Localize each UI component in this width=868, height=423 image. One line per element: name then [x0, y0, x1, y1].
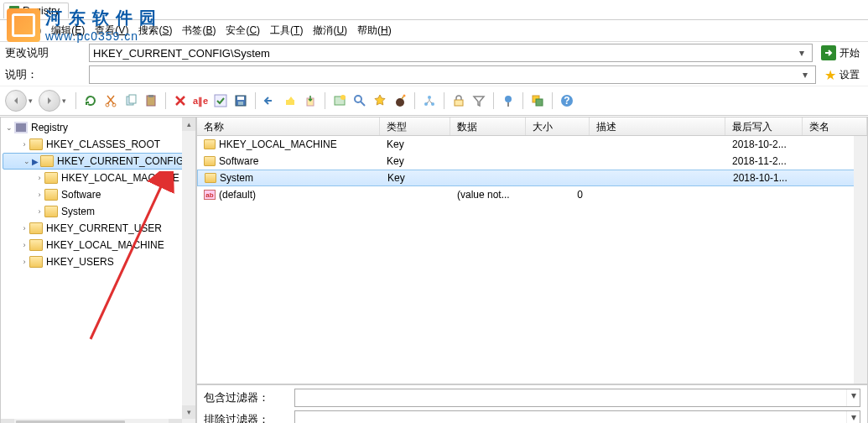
permissions-button[interactable]: [450, 91, 468, 110]
find-button[interactable]: [351, 91, 369, 110]
folder-icon: [29, 256, 43, 268]
menu-bookmark[interactable]: 书签(B): [182, 24, 216, 38]
cell-name: ab(default): [197, 189, 380, 201]
expand-icon[interactable]: ›: [19, 241, 29, 249]
menu-security[interactable]: 安全(C): [226, 24, 260, 38]
tree-item[interactable]: ›Software: [1, 186, 195, 203]
expand-icon[interactable]: ›: [19, 140, 29, 149]
col-size[interactable]: 大小: [526, 118, 590, 135]
path-dropdown-icon[interactable]: ▾: [795, 47, 808, 59]
cut-button[interactable]: [101, 91, 120, 110]
list-vscroll[interactable]: [854, 136, 867, 384]
tree-item[interactable]: ›HKEY_LOCAL_MACHINE: [1, 237, 195, 253]
rename-button[interactable]: a‖e: [191, 91, 210, 110]
tree-root[interactable]: ⌄ Registry: [1, 119, 195, 136]
svg-point-22: [505, 96, 512, 102]
menu-help[interactable]: 帮助(H): [357, 24, 392, 38]
folder-icon: [29, 222, 43, 234]
tree-label: Registry: [31, 122, 68, 133]
include-filter-input[interactable]: ▾: [294, 389, 860, 407]
highlight-button[interactable]: [281, 91, 299, 110]
tree-vscroll[interactable]: ▴▾: [182, 118, 195, 419]
star-icon: ★: [824, 67, 836, 83]
network-button[interactable]: [420, 91, 439, 110]
col-desc[interactable]: 描述: [590, 118, 725, 135]
list-header: 名称 类型 数据 大小 描述 最后写入 类名: [197, 118, 867, 136]
menu-tools[interactable]: 工具(T): [270, 24, 303, 38]
tree-item[interactable]: ›HKEY_LOCAL_MACHINE: [1, 170, 195, 186]
list-row[interactable]: HKEY_LOCAL_MACHINEKey2018-10-2...: [197, 136, 867, 153]
desc-input[interactable]: [93, 69, 798, 81]
pin-button[interactable]: [499, 91, 517, 110]
delete-button[interactable]: [171, 91, 190, 110]
watermark: 河东软件园 www.pc0359.cn: [7, 7, 163, 43]
export-button[interactable]: [301, 91, 320, 110]
separator: [325, 92, 325, 109]
copy-button[interactable]: [122, 91, 140, 110]
windows-button[interactable]: [528, 91, 547, 110]
expand-icon[interactable]: ›: [34, 174, 44, 182]
expand-icon[interactable]: ⌄: [22, 157, 32, 165]
folder-icon: [204, 139, 216, 149]
expand-icon[interactable]: ›: [34, 207, 44, 216]
path-label: 更改说明: [5, 45, 84, 60]
separator: [552, 92, 553, 109]
nav-forward-button[interactable]: [39, 90, 60, 112]
nav-back-button[interactable]: [5, 90, 27, 112]
list-view: 名称 类型 数据 大小 描述 最后写入 类名 HKEY_LOCAL_MACHIN…: [196, 117, 868, 384]
tree-label: HKEY_CURRENT_CONFIG: [57, 155, 184, 167]
desc-combo[interactable]: ▾: [89, 65, 816, 84]
tree-label: Software: [61, 189, 101, 201]
expand-icon[interactable]: ›: [19, 224, 29, 232]
nav-back-dropdown[interactable]: ▾: [29, 97, 37, 105]
col-data[interactable]: 数据: [450, 118, 526, 135]
dropdown-icon[interactable]: ▾: [846, 411, 860, 423]
list-row[interactable]: SoftwareKey2018-11-2...: [197, 153, 867, 170]
folder-icon: [29, 239, 43, 251]
list-body[interactable]: HKEY_LOCAL_MACHINEKey2018-10-2...Softwar…: [197, 136, 867, 203]
tree-item[interactable]: ›HKEY_USERS: [1, 253, 195, 270]
paste-button[interactable]: [142, 91, 160, 110]
tree-item[interactable]: ›HKEY_CLASSES_ROOT: [1, 136, 195, 153]
tree-item[interactable]: ⌄▶HKEY_CURRENT_CONFIG: [3, 153, 194, 170]
expand-icon[interactable]: ›: [34, 191, 44, 199]
separator: [255, 92, 256, 109]
col-classname[interactable]: 类名: [803, 118, 867, 135]
tree-item[interactable]: ›HKEY_CURRENT_USER: [1, 220, 195, 237]
col-name[interactable]: 名称: [197, 118, 380, 135]
tree-hscroll[interactable]: ◂▸: [1, 419, 182, 423]
path-combo[interactable]: ▾: [89, 44, 813, 62]
expand-icon[interactable]: ›: [19, 258, 29, 266]
cell-type: Key: [381, 172, 451, 184]
svg-rect-6: [148, 95, 153, 97]
bomb-button[interactable]: [391, 91, 409, 110]
help-button[interactable]: ?: [558, 91, 576, 110]
dropdown-icon[interactable]: ▾: [846, 389, 860, 406]
exclude-filter-input[interactable]: ▾: [294, 410, 860, 423]
svg-point-17: [403, 95, 406, 97]
svg-rect-7: [215, 95, 226, 107]
tree[interactable]: ⌄ Registry ›HKEY_CLASSES_ROOT⌄▶HKEY_CURR…: [1, 118, 195, 272]
list-row[interactable]: ab(default)(value not...0: [197, 186, 867, 203]
expand-icon[interactable]: ⌄: [4, 123, 14, 132]
filter-button[interactable]: [470, 91, 488, 110]
list-row[interactable]: SystemKey2018-10-1...: [197, 170, 867, 186]
separator: [522, 92, 523, 109]
tree-item[interactable]: ›System: [1, 203, 195, 220]
svg-point-16: [396, 98, 404, 107]
col-type[interactable]: 类型: [380, 118, 450, 135]
settings-button[interactable]: ★ 设置: [821, 67, 863, 83]
path-input[interactable]: [93, 47, 795, 60]
save-button[interactable]: [231, 91, 250, 110]
col-lastwrite[interactable]: 最后写入: [725, 118, 803, 135]
refresh-button[interactable]: [81, 91, 100, 110]
desc-dropdown-icon[interactable]: ▾: [798, 69, 812, 81]
svg-rect-21: [455, 100, 463, 106]
favorite-button[interactable]: [371, 91, 389, 110]
menu-undo[interactable]: 撤消(U): [313, 24, 347, 38]
go-button[interactable]: 开始: [818, 45, 863, 60]
check-button[interactable]: [211, 91, 230, 110]
undo-button[interactable]: [261, 91, 279, 110]
nav-forward-dropdown[interactable]: ▾: [62, 97, 70, 105]
new-key-button[interactable]: [330, 91, 349, 110]
